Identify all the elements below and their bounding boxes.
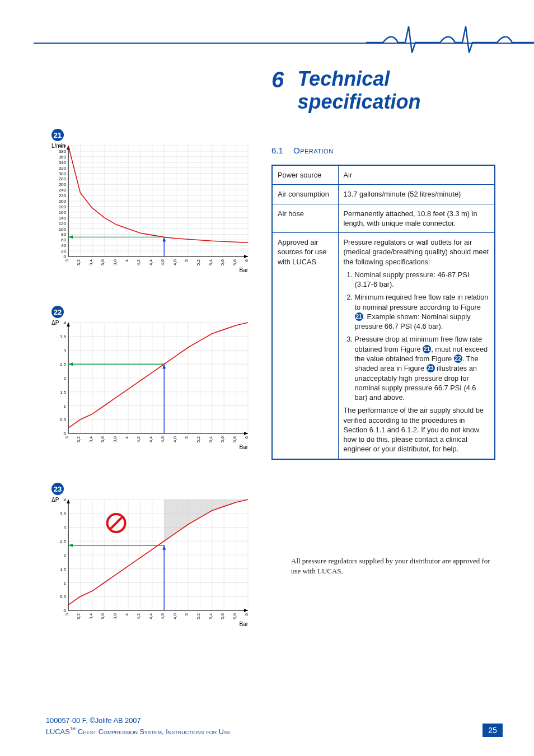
section-head: 6.1 Operation (271, 146, 334, 155)
svg-text:140: 140 (59, 216, 67, 221)
spec-value-approved: Pressure regulators or wall outlets for … (338, 233, 495, 459)
svg-text:200: 200 (59, 199, 67, 204)
svg-text:3,6: 3,6 (100, 436, 105, 442)
svg-text:5,8: 5,8 (232, 259, 237, 265)
svg-text:4,8: 4,8 (172, 259, 177, 265)
approved-item-3: Pressure drop at minimum free flow rate … (355, 334, 490, 402)
svg-text:340: 340 (59, 160, 67, 165)
operation-spec-table: Power source Air Air consumption 13.7 ga… (271, 165, 495, 460)
svg-text:1,5: 1,5 (60, 567, 67, 572)
figure-ref-icon: 22 (454, 354, 462, 363)
svg-text:3,2: 3,2 (76, 436, 81, 442)
note-text: All pressure regulators supplied by your… (291, 556, 493, 576)
svg-text:6: 6 (244, 613, 249, 615)
svg-text:160: 160 (59, 210, 67, 215)
svg-text:3,8: 3,8 (113, 613, 118, 619)
table-row: Approved air sources for use with LUCAS … (272, 233, 495, 459)
svg-text:4,4: 4,4 (148, 613, 153, 619)
ecg-wave-icon (366, 22, 534, 62)
svg-text:4: 4 (124, 613, 129, 615)
svg-text:5: 5 (184, 259, 189, 262)
svg-text:40: 40 (61, 243, 66, 248)
svg-text:4: 4 (124, 259, 129, 262)
svg-text:2,5: 2,5 (60, 539, 67, 544)
chapter-title: Technical specification (297, 67, 465, 114)
svg-text:2: 2 (64, 376, 67, 381)
svg-text:4,6: 4,6 (160, 259, 165, 265)
svg-text:3: 3 (64, 436, 69, 438)
svg-text:5,6: 5,6 (220, 259, 225, 265)
svg-text:5,6: 5,6 (220, 613, 225, 619)
footer-line-2: LUCAS™ Chest Compression System, Instruc… (46, 725, 231, 737)
svg-text:5: 5 (184, 436, 189, 438)
svg-text:3,4: 3,4 (88, 436, 93, 442)
svg-text:6: 6 (244, 259, 249, 262)
approved-closing: The performance of the air supply should… (344, 405, 490, 454)
svg-text:4,2: 4,2 (136, 436, 141, 442)
svg-text:L/min: L/min (51, 143, 65, 149)
svg-text:3,8: 3,8 (113, 259, 118, 265)
figure-22: 22 33,23,43,63,844,24,44,64,855,25,45,65… (45, 306, 263, 451)
approved-item-1: Nominal supply pressure: 46-87 PSI (3.17… (355, 270, 490, 290)
svg-text:3,5: 3,5 (60, 334, 67, 339)
spec-label: Air consumption (272, 185, 338, 204)
figure-badge: 21 (51, 129, 64, 141)
svg-text:3: 3 (64, 348, 67, 353)
svg-text:1: 1 (64, 404, 67, 409)
figure-badge: 23 (51, 483, 64, 495)
svg-text:3: 3 (64, 525, 67, 530)
svg-text:4,2: 4,2 (136, 613, 141, 619)
svg-text:5,2: 5,2 (196, 259, 201, 265)
svg-text:Bar: Bar (239, 621, 248, 627)
svg-text:3,2: 3,2 (76, 613, 81, 619)
svg-text:0: 0 (64, 254, 67, 259)
svg-text:4,4: 4,4 (148, 436, 153, 442)
svg-text:3,6: 3,6 (100, 259, 105, 265)
svg-text:0,5: 0,5 (60, 417, 67, 422)
svg-text:0: 0 (64, 608, 67, 613)
svg-text:3,4: 3,4 (88, 613, 93, 619)
svg-text:5: 5 (184, 613, 189, 615)
figure-23: 23 33,23,43,63,844,24,44,64,855,25,45,65… (45, 483, 263, 628)
svg-text:260: 260 (59, 182, 67, 187)
svg-text:180: 180 (59, 204, 67, 209)
svg-text:4,2: 4,2 (136, 259, 141, 265)
svg-text:5,2: 5,2 (196, 613, 201, 619)
svg-text:ΔP: ΔP (51, 320, 59, 326)
svg-text:4,6: 4,6 (160, 613, 165, 619)
svg-text:300: 300 (59, 171, 67, 176)
svg-text:100: 100 (59, 227, 67, 232)
section-number: 6.1 (271, 146, 283, 155)
figure-ref-icon: 23 (427, 364, 435, 372)
table-row: Power source Air (272, 165, 495, 185)
svg-text:4: 4 (64, 320, 67, 325)
svg-text:Bar: Bar (239, 444, 248, 450)
svg-text:3,2: 3,2 (76, 259, 81, 265)
svg-text:2: 2 (64, 553, 67, 558)
svg-text:ΔP: ΔP (51, 497, 59, 503)
svg-text:360: 360 (59, 155, 67, 160)
svg-text:3: 3 (64, 259, 69, 262)
svg-text:5,6: 5,6 (220, 436, 225, 442)
figures-column: 21 33,23,43,63,844,24,44,64,855,25,45,65… (45, 129, 263, 660)
chart-21: 33,23,43,63,844,24,44,64,855,25,45,65,86… (45, 141, 255, 274)
svg-text:3,8: 3,8 (113, 436, 118, 442)
svg-text:60: 60 (61, 237, 66, 242)
figure-ref-icon: 21 (355, 312, 363, 321)
svg-text:5,4: 5,4 (208, 613, 213, 619)
spec-label: Approved air sources for use with LUCAS (272, 233, 338, 459)
svg-text:4,4: 4,4 (148, 259, 153, 265)
section-title: Operation (293, 146, 334, 155)
footer-line-1: 100057-00 F, ©Jolife AB 2007 (46, 716, 231, 725)
svg-text:4,8: 4,8 (172, 436, 177, 442)
spec-value: 13.7 gallons/minute (52 litres/minute) (338, 185, 495, 204)
svg-text:5,4: 5,4 (208, 259, 213, 265)
svg-text:4,8: 4,8 (172, 613, 177, 619)
approved-intro: Pressure regulators or wall outlets for … (344, 238, 489, 266)
svg-text:2,5: 2,5 (60, 362, 67, 367)
page-number: 25 (483, 724, 503, 737)
svg-text:280: 280 (59, 176, 67, 181)
svg-text:6: 6 (244, 436, 249, 438)
footer: 100057-00 F, ©Jolife AB 2007 LUCAS™ Ches… (46, 716, 231, 737)
svg-text:5,2: 5,2 (196, 436, 201, 442)
